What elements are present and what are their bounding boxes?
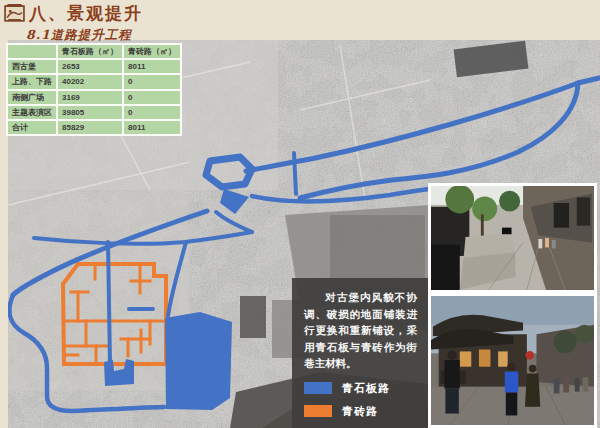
note-text: 对古堡内风貌不协调、破损的地面铺装进行更换和重新铺设，采用青石板与青砖作为街巷主… (304, 289, 417, 372)
row-label: 合计 (8, 121, 56, 134)
row-label: 上路、下路 (8, 75, 56, 88)
table-row: 西古堡26538011 (8, 60, 180, 73)
header-stone-road: 青石板路（㎡） (58, 45, 122, 58)
stone-value: 85829 (58, 121, 122, 134)
row-label: 主题表演区 (8, 106, 56, 119)
legend-label: 青砖路 (342, 404, 378, 419)
brick-value: 8011 (124, 121, 180, 134)
slide-road-improvement: { "page": { "title": "八、景观提升", "subtitle… (0, 0, 600, 428)
row-label: 西古堡 (8, 60, 56, 73)
table-header-row: 青石板路（㎡） 青砖路（㎡） (8, 45, 180, 58)
table-row: 南侧广场31690 (8, 91, 180, 104)
header-brick-road: 青砖路（㎡） (124, 45, 180, 58)
stone-value: 39805 (58, 106, 122, 119)
note-overlay: 对古堡内风貌不协调、破损的地面铺装进行更换和重新铺设，采用青石板与青砖作为街巷主… (292, 278, 428, 428)
brick-value: 8011 (124, 60, 180, 73)
legend-item: 青石板路 (304, 381, 417, 396)
page-subtitle: 8.1道路提升工程 (26, 27, 143, 44)
page-title: 八、景观提升 (29, 2, 143, 25)
scroll-seal-icon (4, 3, 25, 24)
brick-value: 0 (124, 91, 180, 104)
photo-old-street-dusk (428, 293, 597, 428)
photo-renovated-street-day (428, 183, 597, 293)
stone-value: 2653 (58, 60, 122, 73)
legend-label: 青石板路 (342, 381, 390, 396)
slide-header: 八、景观提升 8.1道路提升工程 (4, 2, 143, 44)
row-label: 南侧广场 (8, 91, 56, 104)
legend-swatch (304, 382, 332, 394)
road-quantity-table: 青石板路（㎡） 青砖路（㎡） 西古堡26538011上路、下路402020南侧广… (6, 43, 182, 136)
header-empty (8, 45, 56, 58)
stone-value: 3169 (58, 91, 122, 104)
table-row: 主题表演区398050 (8, 106, 180, 119)
legend-item: 青砖路 (304, 404, 417, 419)
map-legend: 青石板路青砖路 (304, 381, 417, 419)
stone-value: 40202 (58, 75, 122, 88)
legend-swatch (304, 405, 332, 417)
table-row: 上路、下路402020 (8, 75, 180, 88)
brick-value: 0 (124, 106, 180, 119)
brick-value: 0 (124, 75, 180, 88)
table-row: 合计858298011 (8, 121, 180, 134)
